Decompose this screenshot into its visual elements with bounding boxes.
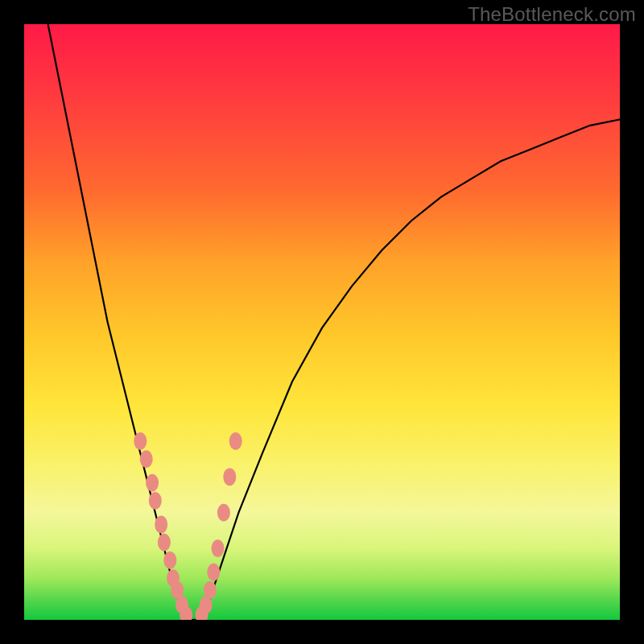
markers-left bbox=[134, 432, 192, 620]
data-marker bbox=[207, 564, 220, 581]
data-marker bbox=[163, 551, 176, 569]
data-marker bbox=[223, 468, 236, 485]
data-marker bbox=[212, 539, 225, 557]
watermark-text: TheBottleneck.com bbox=[468, 3, 636, 26]
data-marker bbox=[140, 450, 153, 468]
data-marker bbox=[155, 516, 167, 534]
data-marker bbox=[217, 504, 230, 522]
data-marker bbox=[229, 432, 242, 450]
data-marker bbox=[134, 432, 147, 450]
data-marker bbox=[158, 534, 171, 551]
outer-frame: TheBottleneck.com bbox=[0, 0, 644, 644]
data-marker bbox=[146, 474, 159, 492]
plot-area bbox=[24, 24, 620, 620]
curve-svg bbox=[24, 24, 620, 620]
data-marker bbox=[149, 492, 162, 510]
right-curve bbox=[203, 119, 620, 620]
data-marker bbox=[204, 581, 217, 599]
